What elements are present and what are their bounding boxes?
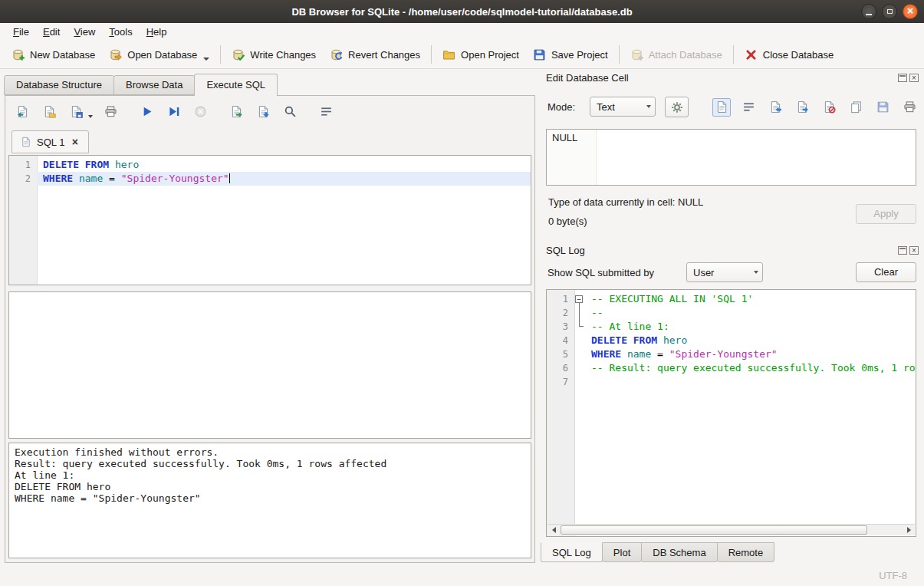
log-filter-label: Show SQL submitted by [547,267,654,278]
results-pane[interactable] [8,291,531,439]
sql-log-filter-row: Show SQL submitted by User Clear [546,262,919,283]
code-line[interactable]: 3-- At line 1: [547,320,916,334]
close-panel-icon[interactable] [909,246,919,255]
edit-cell-header: Edit Database Cell [546,71,919,84]
toolbar-separator [619,45,620,64]
print-icon[interactable] [101,102,120,120]
app-window: DB Browser for SQLite - /home/user/code/… [0,0,924,586]
cell-settings-button[interactable] [665,97,689,117]
sql-tab[interactable]: SQL 1 [12,130,89,153]
revert-changes-button[interactable]: Revert Changes [323,44,427,65]
mode-select[interactable]: Text [590,97,656,117]
save-sql-file-icon[interactable] [67,102,85,120]
print-icon[interactable] [900,98,919,117]
save-icon[interactable] [873,98,892,117]
float-panel-icon[interactable] [898,246,907,255]
attach-database-button[interactable]: Attach Database [623,44,729,65]
menu-file[interactable]: File [6,24,36,40]
gear-icon [671,101,683,114]
export-file-icon[interactable] [793,98,811,117]
bottom-tabs: SQL Log Plot DB Schema Remote [541,542,774,562]
open-sql-file-icon[interactable] [40,102,58,120]
tab-remote[interactable]: Remote [717,542,775,562]
menubar: File Edit View Tools Help [0,23,924,41]
open-database-dropdown-icon[interactable] [203,58,209,61]
edit-cell-toolbar: Mode: Text [546,97,919,117]
code-line[interactable]: 6-- Result: query executed successfully.… [547,361,916,375]
sql-editor[interactable]: 1DELETE FROM hero2WHERE name = "Spider-Y… [8,155,531,285]
execute-current-line-icon[interactable] [164,102,182,120]
open-database-button[interactable]: Open Database [102,44,216,65]
float-panel-icon[interactable] [898,74,907,82]
scroll-left-icon[interactable] [547,525,560,536]
right-panel: Edit Database Cell Mode: Text [541,69,924,564]
import-file-icon[interactable] [766,98,784,117]
find-replace-icon[interactable] [281,102,299,120]
code-line[interactable]: 5WHERE name = "Spider-Youngster" [547,347,916,361]
text-mode-icon[interactable] [712,98,731,117]
scrollbar-thumb[interactable] [561,525,867,535]
new-database-button[interactable]: New Database [5,44,102,65]
tab-db-schema[interactable]: DB Schema [641,542,717,562]
code-line[interactable]: 2-- [547,306,916,320]
code-line[interactable]: 1DELETE FROM hero [9,158,531,172]
tab-database-structure[interactable]: Database Structure [4,75,114,95]
maximize-icon [887,9,893,14]
menu-tools[interactable]: Tools [102,24,139,40]
log-filter-select[interactable]: User [686,262,763,282]
cell-editor[interactable]: NULL [546,129,916,186]
close-database-button[interactable]: Close Database [738,44,841,65]
toolbar-label: Write Changes [250,49,316,61]
sql-tab-close-icon[interactable] [70,137,80,147]
toolbar-label: Open Database [127,49,197,61]
messages-pane[interactable]: Execution finished without errors.Result… [8,443,531,558]
minimize-button[interactable] [861,4,876,19]
horizontal-scrollbar[interactable] [547,524,915,535]
encoding-indicator[interactable]: UTF-8 [879,570,907,581]
log-filter-value: User [693,267,714,278]
code-line[interactable]: 7 [547,375,916,389]
toolbar-label: Attach Database [649,49,722,61]
word-wrap-icon[interactable] [739,98,758,117]
code-line[interactable]: 1-- EXECUTING ALL IN 'SQL 1' [547,292,916,306]
word-wrap-icon[interactable] [317,102,335,120]
toolbar-separator [431,45,432,64]
stop-icon[interactable] [191,102,209,120]
menu-view[interactable]: View [67,24,102,40]
sql-tab-label: SQL 1 [37,137,64,148]
open-sql-new-tab-icon[interactable] [13,102,31,120]
write-changes-icon [232,48,245,61]
apply-button[interactable]: Apply [856,204,916,224]
edit-cell-title: Edit Database Cell [546,72,629,84]
close-button[interactable] [903,4,918,19]
sql-tabbar: SQL 1 [12,130,89,153]
export-csv-icon[interactable] [227,102,245,120]
open-project-button[interactable]: Open Project [436,44,526,65]
execute-all-icon[interactable] [137,102,156,120]
menu-help[interactable]: Help [140,24,174,40]
code-line[interactable]: 4DELETE FROM hero [547,334,916,347]
edit-cell-dock-icons [898,74,919,82]
sql-editor-lines: 1DELETE FROM hero2WHERE name = "Spider-Y… [9,156,531,186]
tab-sql-log[interactable]: SQL Log [541,542,603,562]
save-project-button[interactable]: Save Project [526,44,615,65]
set-null-icon[interactable] [820,98,838,117]
toolbar-label: Close Database [763,49,834,61]
write-changes-button[interactable]: Write Changes [225,44,323,65]
tab-execute-sql[interactable]: Execute SQL [194,74,278,96]
clear-log-button[interactable]: Clear [856,262,916,282]
tab-browse-data[interactable]: Browse Data [113,75,195,95]
scroll-right-icon[interactable] [903,525,915,536]
copy-icon[interactable] [847,98,865,117]
close-panel-icon[interactable] [909,74,919,82]
cell-type-text: Type of data currently in cell: NULL [548,196,703,208]
save-sql-dropdown-icon[interactable] [88,115,93,118]
maximize-button[interactable] [882,4,897,19]
code-line[interactable]: 2WHERE name = "Spider-Youngster" [9,172,531,186]
menu-edit[interactable]: Edit [36,24,67,40]
toolbar-label: Save Project [551,49,608,61]
sql-log-view[interactable]: 1-- EXECUTING ALL IN 'SQL 1'2--3-- At li… [546,289,916,537]
main-toolbar: New Database Open Database Write Changes… [0,41,924,69]
save-as-view-icon[interactable] [254,102,272,120]
tab-plot[interactable]: Plot [602,542,642,562]
